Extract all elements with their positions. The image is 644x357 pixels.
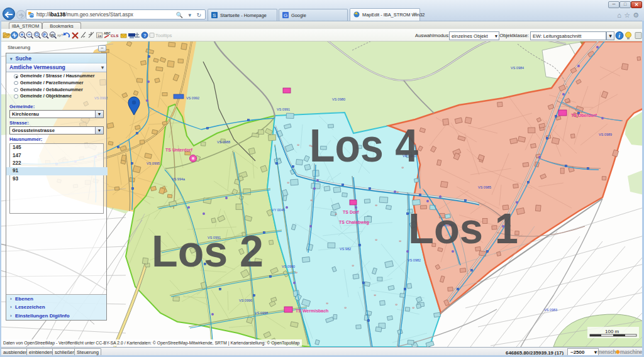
svg-text:TS Chalabweg: TS Chalabweg (339, 220, 369, 225)
svg-text:Los 1: Los 1 (408, 204, 518, 253)
svg-text:VS 0983: VS 0983 (544, 308, 557, 312)
svg-text:TS Dorf: TS Dorf (343, 210, 359, 214)
svg-text:W: W (51, 33, 55, 37)
svg-text:VS 0990: VS 0990 (282, 265, 295, 268)
svg-text:VS 0996: VS 0996 (239, 299, 252, 302)
svg-text:1a: 1a (97, 34, 102, 38)
svg-text:CLS: CLS (111, 33, 118, 38)
svg-text:VS 0982: VS 0982 (408, 258, 421, 262)
svg-text:VS 0984: VS 0984 (511, 66, 524, 70)
svg-text:ABC: ABC (104, 31, 111, 35)
svg-text:100 m: 100 m (605, 329, 619, 334)
svg-text:?: ? (143, 33, 147, 38)
svg-text:Los 4: Los 4 (309, 119, 418, 172)
svg-text:P: P (43, 33, 47, 37)
svg-text:VS 0992: VS 0992 (186, 96, 199, 100)
svg-text:VS 0989: VS 0989 (599, 133, 612, 136)
svg-text:xy?: xy? (57, 33, 64, 37)
svg-text:VY 0045: VY 0045 (272, 208, 285, 212)
svg-text:TS Unterdorf: TS Unterdorf (165, 148, 192, 152)
svg-text:VS 0998: VS 0998 (255, 311, 268, 315)
svg-text:VS 0980: VS 0980 (332, 97, 345, 101)
svg-text:VS 0991: VS 0991 (277, 107, 290, 111)
svg-text:TS Oberdorf: TS Oberdorf (571, 113, 597, 118)
svg-text:G: G (284, 13, 287, 18)
svg-text:S: S (213, 13, 216, 18)
svg-text:VS 0988: VS 0988 (217, 140, 230, 144)
svg-text:Daten von OpenStreetMap - Verö: Daten von OpenStreetMap - Veröffentlicht… (3, 341, 300, 346)
svg-text:VS 982: VS 982 (340, 247, 351, 251)
svg-text:TS Wermisbach: TS Wermisbach (296, 309, 328, 313)
svg-text:VS 0985: VS 0985 (478, 185, 491, 189)
svg-text:VS 994a: VS 994a (172, 177, 186, 181)
svg-text:VS 0995: VS 0995 (147, 162, 160, 165)
svg-text:Los 2: Los 2 (152, 227, 264, 276)
